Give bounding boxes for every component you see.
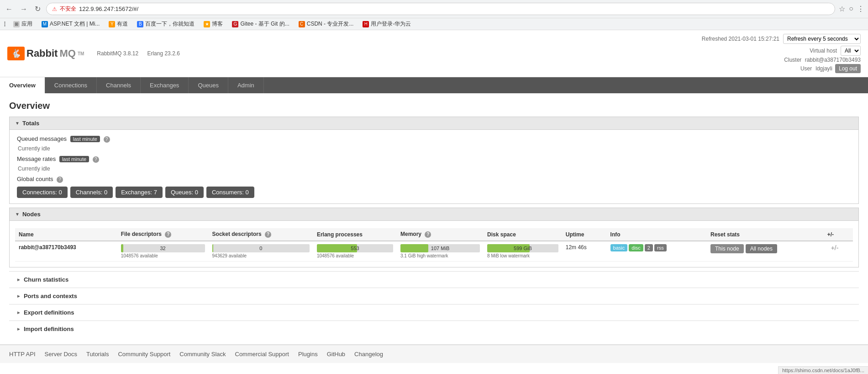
bookmark-apps[interactable]: ⊞ 应用 xyxy=(11,19,34,29)
vhost-select[interactable]: All xyxy=(841,46,861,56)
browser-chrome: ← → ↻ ⚠ 不安全 122.9.96.247:15672/#/ ☆ ○ ⋮ xyxy=(0,0,868,18)
ports-contexts-label: Ports and contexts xyxy=(24,293,77,299)
bookmark-label: 应用 xyxy=(21,20,32,28)
forward-button[interactable]: → xyxy=(18,4,29,14)
reset-stats-buttons: This node All nodes xyxy=(710,244,820,253)
memory-help-icon[interactable]: ? xyxy=(425,231,431,238)
message-rates-help[interactable]: ? xyxy=(93,156,99,163)
refresh-button[interactable]: ↻ xyxy=(33,4,42,14)
nodes-body: Name File descriptors ? Socket descripto… xyxy=(9,221,859,267)
currently-idle-2: Currently idle xyxy=(18,166,851,172)
bookmark-gitee[interactable]: G Gitee - 基于 Git 的... xyxy=(230,19,291,29)
tab-overview[interactable]: Overview xyxy=(0,77,45,93)
tab-connections[interactable]: Connections xyxy=(45,77,97,93)
footer-community-slack[interactable]: Community Slack xyxy=(179,351,226,358)
all-nodes-button[interactable]: All nodes xyxy=(746,244,777,253)
user-row: User ldgjayli Log out xyxy=(702,64,861,73)
back-button[interactable]: ← xyxy=(4,4,15,14)
reset-stats-cell: This node All nodes xyxy=(707,241,824,262)
footer-tutorials[interactable]: Tutorials xyxy=(86,351,109,358)
refresh-select[interactable]: Refresh every 5 seconds Refresh every 10… xyxy=(783,34,861,44)
queued-messages-label: Queued messages xyxy=(17,135,67,142)
refresh-row: Refreshed 2021-03-01 15:27:21 Refresh ev… xyxy=(702,34,861,44)
exchanges-count[interactable]: Exchanges: 7 xyxy=(116,187,163,198)
export-definitions-label: Export definitions xyxy=(24,309,74,316)
tab-channels[interactable]: Channels xyxy=(97,77,141,93)
memory-cell: 107 MiB 3.1 GiB high watermark xyxy=(397,241,484,262)
virtual-host-label: Virtual host xyxy=(810,48,837,54)
file-desc-val: 32 xyxy=(121,244,205,252)
import-definitions-row[interactable]: ► Import definitions xyxy=(9,321,859,337)
uptime-cell: 12m 46s xyxy=(562,241,607,262)
bookmark-huawei[interactable]: H 用户登录-华为云 xyxy=(361,19,413,29)
refreshed-text: Refreshed 2021-03-01 15:27:21 xyxy=(702,36,779,42)
bookmark-csdn[interactable]: C CSDN - 专业开发... xyxy=(297,19,356,29)
footer-plugins[interactable]: Plugins xyxy=(298,351,318,358)
logout-button[interactable]: Log out xyxy=(835,64,861,73)
memory-bar: 107 MiB xyxy=(400,244,480,252)
address-text: 122.9.96.247:15672/#/ xyxy=(79,5,138,12)
app-header: 🐇 RabbitMQTM RabbitMQ 3.8.12 Erlang 23.2… xyxy=(0,30,868,77)
bookmark-icon: C xyxy=(299,21,305,27)
file-desc-help-icon[interactable]: ? xyxy=(165,231,171,238)
plusminus-toggle[interactable]: +/- xyxy=(831,244,839,251)
rabbitmq-version: RabbitMQ 3.8.12 xyxy=(97,50,138,57)
disk-bar: 599 GiB xyxy=(487,244,558,252)
this-node-button[interactable]: This node xyxy=(710,244,744,253)
th-memory: Memory ? xyxy=(397,228,484,241)
bookmark-blog[interactable]: ★ 博客 xyxy=(202,19,225,29)
tab-exchanges[interactable]: Exchanges xyxy=(141,77,189,93)
bookmark-label: 博客 xyxy=(212,20,223,28)
queues-count[interactable]: Queues: 0 xyxy=(165,187,204,198)
totals-body: Queued messages last minute ? Currently … xyxy=(9,130,859,204)
bookmark-label: 用户登录-华为云 xyxy=(371,20,411,28)
queued-messages-row: Queued messages last minute ? xyxy=(17,135,851,143)
footer-community-support[interactable]: Community Support xyxy=(118,351,170,358)
logo-icon: 🐇 xyxy=(7,47,25,60)
queued-messages-help[interactable]: ? xyxy=(104,136,110,143)
nodes-table-header-row: Name File descriptors ? Socket descripto… xyxy=(15,228,853,241)
import-definitions-label: Import definitions xyxy=(24,326,74,332)
page-title: Overview xyxy=(9,101,859,111)
menu-icon[interactable]: ⋮ xyxy=(857,5,864,13)
totals-section-header[interactable]: ▼ Totals xyxy=(9,117,859,130)
bookmark-baidu[interactable]: B 百度一下，你就知道 xyxy=(135,19,196,29)
profile-icon[interactable]: ○ xyxy=(849,5,853,13)
table-row: rabbit@a387170b3493 32 1048576 available xyxy=(15,241,853,262)
security-label: 不安全 xyxy=(60,5,76,13)
tab-admin[interactable]: Admin xyxy=(228,77,264,93)
ports-contexts-row[interactable]: ► Ports and contexts xyxy=(9,288,859,304)
socket-desc-bar: 0 xyxy=(212,244,310,252)
footer-server-docs[interactable]: Server Docs xyxy=(45,351,78,358)
socket-desc-help-icon[interactable]: ? xyxy=(265,231,271,238)
badge-num: 2 xyxy=(645,244,653,251)
footer-github[interactable]: GitHub xyxy=(327,351,345,358)
header-right: Refreshed 2021-03-01 15:27:21 Refresh ev… xyxy=(702,34,861,73)
currently-idle-1: Currently idle xyxy=(18,145,851,152)
tab-queues[interactable]: Queues xyxy=(189,77,228,93)
consumers-count[interactable]: Consumers: 0 xyxy=(206,187,254,198)
bookmark-youdao[interactable]: Y 有道 xyxy=(107,19,130,29)
page-content: Overview ▼ Totals Queued messages last m… xyxy=(0,93,868,344)
connections-count[interactable]: Connections: 0 xyxy=(17,187,68,198)
global-counts-help[interactable]: ? xyxy=(57,176,63,183)
footer-changelog[interactable]: Changelog xyxy=(354,351,383,358)
bookmark-icon: M xyxy=(42,21,48,27)
bookmark-aspnet[interactable]: M ASP.NET 文档 | Mi... xyxy=(40,19,101,29)
footer-http-api[interactable]: HTTP API xyxy=(9,351,36,358)
badge-basic: basic xyxy=(610,244,628,251)
star-icon[interactable]: ☆ xyxy=(839,5,845,13)
channels-count[interactable]: Channels: 0 xyxy=(70,187,113,198)
churn-statistics-row[interactable]: ► Churn statistics xyxy=(9,271,859,288)
disk-space-cell: 599 GiB 8 MiB low watermark xyxy=(484,241,562,262)
th-info: Info xyxy=(607,228,707,241)
footer: HTTP API Server Docs Tutorials Community… xyxy=(0,344,868,363)
bookmark-icon: B xyxy=(137,21,143,27)
nodes-section-header[interactable]: ▼ Nodes xyxy=(9,208,859,221)
export-definitions-row[interactable]: ► Export definitions xyxy=(9,304,859,321)
address-bar[interactable]: ⚠ 不安全 122.9.96.247:15672/#/ xyxy=(46,3,835,15)
th-file-desc: File descriptors ? xyxy=(117,228,209,241)
footer-commercial-support[interactable]: Commercial Support xyxy=(235,351,289,358)
badge-disc: disc xyxy=(629,244,643,251)
version-info: RabbitMQ 3.8.12 Erlang 23.2.6 xyxy=(97,50,187,57)
